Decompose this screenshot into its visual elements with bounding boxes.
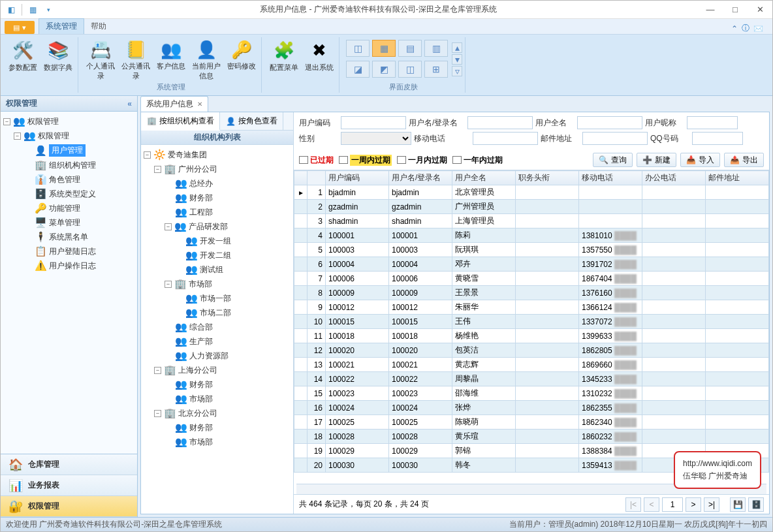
tree-node[interactable]: 🏢组织机构管理 — [3, 158, 134, 172]
table-row[interactable]: 18100028100028黄乐瑄1860232 ████ — [294, 430, 769, 444]
tree-node[interactable]: 👥工程部 — [144, 205, 291, 219]
import-button[interactable]: 📥导入 — [680, 153, 720, 167]
skin-gallery[interactable]: ◫ ▦ ▤ ▥ ◪ ◩ ◫ ⊞ — [345, 39, 449, 80]
new-button[interactable]: ➕新建 — [637, 153, 676, 167]
input-mobile[interactable] — [473, 132, 538, 145]
input-fullname[interactable] — [577, 116, 642, 129]
tree-node[interactable]: 👥市场一部 — [144, 291, 291, 305]
gallery-down-icon[interactable]: ▾ — [452, 54, 462, 65]
pager-export-all-button[interactable]: 🗄️ — [748, 497, 764, 512]
input-email[interactable] — [582, 132, 648, 145]
tree-node[interactable]: 🗄️系统类型定义 — [3, 187, 134, 201]
tree-node[interactable]: 👤用户管理 — [3, 143, 134, 158]
column-header[interactable]: 邮件地址 — [706, 171, 769, 185]
ribbon-collapse-icon[interactable]: ⌃ — [731, 24, 738, 33]
nav-category-button[interactable]: 📊业务报表 — [1, 475, 137, 496]
app-icon[interactable]: ◧ — [5, 3, 18, 16]
skin-option[interactable]: ◫ — [346, 40, 370, 57]
tree-node[interactable]: 👥开发二组 — [144, 248, 291, 262]
tree-node[interactable]: 👥测试组 — [144, 262, 291, 277]
ribbon-item[interactable]: 📒公共通讯录 — [119, 38, 153, 81]
ribbon-item[interactable]: 🔑密码修改 — [225, 38, 259, 81]
table-row[interactable]: 16100024100024张烨1862355 ████ — [294, 401, 769, 415]
column-header[interactable]: 办公电话 — [642, 171, 706, 185]
table-row[interactable]: 9100012100012朱丽华1366124 ████ — [294, 300, 769, 315]
tree-node[interactable]: −🏢上海分公司 — [144, 363, 291, 377]
skin-option[interactable]: ▤ — [398, 40, 422, 57]
nav-category-button[interactable]: 🔐权限管理 — [1, 496, 137, 517]
column-header[interactable]: 用户名/登录名 — [389, 171, 452, 185]
close-tab-icon[interactable]: ✕ — [197, 101, 202, 108]
tree-node[interactable]: 👥生产部 — [144, 334, 291, 349]
input-qq[interactable] — [692, 132, 743, 145]
column-header[interactable]: 用户编码 — [326, 171, 389, 185]
gallery-more-icon[interactable]: ▿ — [452, 66, 462, 76]
expand-icon[interactable]: − — [165, 281, 172, 288]
file-menu-button[interactable]: ▤ ▾ — [5, 21, 35, 34]
table-row[interactable]: 7100006100006黄晓雪1867404 ████ — [294, 272, 769, 286]
ribbon-item[interactable]: 📇个人通讯录 — [84, 38, 118, 81]
ribbon-item[interactable]: ✖退出系统 — [302, 39, 336, 82]
table-row[interactable]: 14100022100022周黎晶1345233 ████ — [294, 372, 769, 386]
expand-icon[interactable]: − — [3, 118, 10, 125]
tree-node[interactable]: 🖥️菜单管理 — [3, 215, 134, 230]
tree-node[interactable]: 👥市场二部 — [144, 305, 291, 320]
expand-icon[interactable]: − — [14, 133, 21, 140]
close-button[interactable]: ✕ — [748, 1, 772, 18]
table-row[interactable]: 3shadminshadmin上海管理员 — [294, 214, 769, 228]
tree-node[interactable]: −👥产品研发部 — [144, 219, 291, 234]
gallery-up-icon[interactable]: ▴ — [452, 42, 462, 53]
view-tab-org[interactable]: 🏢按组织机构查看 — [141, 112, 220, 131]
skin-option[interactable]: ◫ — [398, 61, 422, 78]
tree-node[interactable]: 👥人力资源部 — [144, 349, 291, 363]
qat-button[interactable]: ▦ — [26, 3, 39, 16]
expand-icon[interactable]: − — [154, 166, 161, 173]
skin-option[interactable]: ▦ — [372, 40, 396, 57]
tree-node[interactable]: 🔑功能管理 — [3, 201, 134, 215]
tree-node[interactable]: 📋用户登陆日志 — [3, 244, 134, 258]
ribbon-tab-help[interactable]: 帮助 — [84, 19, 113, 34]
help-icon[interactable]: ⓘ — [742, 23, 749, 34]
ribbon-item[interactable]: 🧩配置菜单 — [267, 39, 301, 82]
pager-export-button[interactable]: 💾 — [730, 497, 746, 512]
pager-last-button[interactable]: >| — [704, 497, 719, 512]
tree-node[interactable]: −🏢广州分公司 — [144, 162, 291, 176]
table-row[interactable]: 10100015100015王伟1337072 ████ — [294, 315, 769, 329]
tree-node[interactable]: 👥财务部 — [144, 191, 291, 205]
expand-icon[interactable]: − — [144, 151, 151, 159]
qat-dropdown[interactable]: ▾ — [42, 3, 55, 16]
user-grid[interactable]: 用户编码用户名/登录名用户全名职务头衔移动电话办公电话邮件地址 ▸1bjadmi… — [294, 170, 769, 484]
tree-node[interactable]: −👥权限管理 — [3, 129, 134, 143]
table-row[interactable]: ▸1bjadminbjadmin北京管理员 — [294, 185, 769, 200]
tree-node[interactable]: 🕴️系统黑名单 — [3, 230, 134, 244]
column-header[interactable]: 移动电话 — [579, 171, 642, 185]
minimize-button[interactable]: — — [698, 1, 723, 18]
table-row[interactable]: 8100009100009王景景1376160 ████ — [294, 286, 769, 300]
skin-option[interactable]: ⊞ — [424, 61, 448, 78]
input-user-code[interactable] — [341, 116, 406, 129]
column-header[interactable]: 用户全名 — [452, 171, 516, 185]
ribbon-item[interactable]: 🛠️参数配置 — [6, 39, 40, 82]
tree-node[interactable]: 👥财务部 — [144, 377, 291, 392]
skin-option[interactable]: ◩ — [372, 61, 396, 78]
table-row[interactable]: 12100020100020包英洁1862805 ████ — [294, 343, 769, 358]
ribbon-item[interactable]: 📚数据字典 — [41, 39, 75, 82]
pager-first-button[interactable]: |< — [625, 497, 641, 512]
pager-prev-button[interactable]: < — [644, 497, 659, 512]
expand-icon[interactable]: − — [154, 410, 161, 417]
tree-node[interactable]: 👥总经办 — [144, 176, 291, 191]
maximize-button[interactable]: □ — [723, 1, 748, 18]
tree-node[interactable]: 👔角色管理 — [3, 172, 134, 187]
table-row[interactable]: 17100025100025陈晓萌1862340 ████ — [294, 415, 769, 430]
nav-category-button[interactable]: 🏠仓库管理 — [1, 454, 137, 475]
ribbon-tab-system[interactable]: 系统管理 — [39, 18, 84, 34]
ribbon-item[interactable]: 👥客户信息 — [154, 38, 188, 81]
tree-node[interactable]: 👥综合部 — [144, 320, 291, 334]
search-button[interactable]: 🔍查询 — [593, 153, 633, 167]
export-button[interactable]: 📤导出 — [724, 153, 764, 167]
collapse-icon[interactable]: « — [127, 99, 132, 108]
expand-icon[interactable]: − — [165, 223, 172, 230]
column-header[interactable]: 职务头衔 — [516, 171, 579, 185]
tree-node[interactable]: 👥市场部 — [144, 435, 291, 449]
tree-node[interactable]: 👥市场部 — [144, 392, 291, 406]
